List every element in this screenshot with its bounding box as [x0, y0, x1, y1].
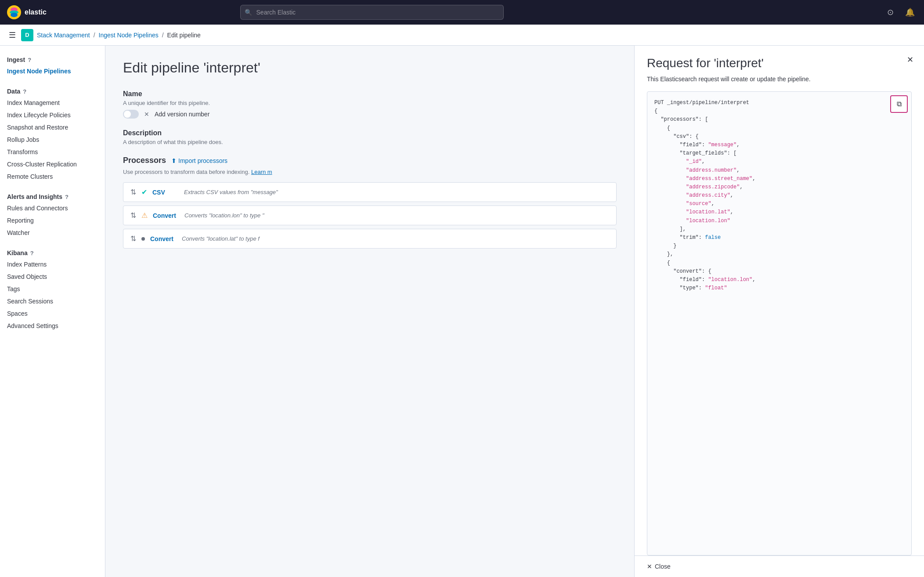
drag-handle-icon-2: ⇅ [130, 211, 136, 220]
sidebar-item-ingest-node-pipelines[interactable]: Ingest Node Pipelines [0, 65, 105, 77]
processors-title: Processors [123, 156, 166, 165]
sidebar-section-data: Data ? [0, 84, 105, 97]
sidebar-item-remote-clusters[interactable]: Remote Clusters [0, 170, 105, 183]
breadcrumb-separator-2: / [162, 32, 164, 39]
elastic-logo: elastic [7, 5, 47, 19]
processor-desc-csv: Extracts CSV values from "message" [184, 189, 278, 195]
drag-handle-icon: ⇅ [130, 188, 136, 196]
sidebar-item-reporting[interactable]: Reporting [0, 214, 105, 227]
notifications-icon-button[interactable]: 🔔 [903, 5, 917, 19]
processors-header: Processors ⬆ Import processors [123, 156, 617, 165]
svg-point-3 [11, 13, 18, 17]
help-icon-ingest: ? [28, 57, 31, 63]
global-search[interactable]: 🔍 [240, 5, 504, 20]
request-subtitle: This Elasticsearch request will create o… [647, 76, 912, 83]
sidebar-item-saved-objects[interactable]: Saved Objects [0, 270, 105, 283]
version-row: ✕ Add version number [123, 110, 617, 119]
description-section: Description A description of what this p… [123, 129, 617, 145]
sidebar-item-search-sessions[interactable]: Search Sessions [0, 295, 105, 307]
search-input[interactable] [240, 5, 504, 20]
help-icon-data: ? [23, 88, 26, 95]
sidebar-item-index-patterns[interactable]: Index Patterns [0, 258, 105, 270]
copy-icon: ⧉ [897, 100, 902, 108]
sidebar-item-watcher[interactable]: Watcher [0, 227, 105, 239]
status-dot-icon [141, 237, 145, 241]
sidebar-item-tags[interactable]: Tags [0, 283, 105, 295]
sidebar-item-advanced-settings[interactable]: Advanced Settings [0, 320, 105, 332]
help-icon-kibana: ? [30, 250, 34, 256]
code-container: ⧉ PUT _ingest/pipeline/interpret { "proc… [647, 91, 912, 555]
processor-item-csv[interactable]: ⇅ ✔ CSV Extracts CSV values from "messag… [123, 182, 617, 202]
processor-desc-convert-1: Converts "location.lon" to type " [184, 212, 264, 219]
name-section: Name A unique identifier for this pipeli… [123, 90, 617, 119]
close-panel-button[interactable]: ✕ Close [647, 563, 671, 570]
sidebar: Ingest ? Ingest Node Pipelines Data ? In… [0, 46, 105, 577]
hamburger-menu-button[interactable]: ☰ [7, 29, 18, 42]
breadcrumb-current: Edit pipeline [167, 32, 201, 39]
sidebar-item-cross-cluster-replication[interactable]: Cross-Cluster Replication [0, 158, 105, 170]
sidebar-divider-1 [0, 77, 105, 84]
search-icon: 🔍 [245, 9, 252, 16]
processor-type-csv: CSV [152, 189, 179, 196]
processor-item-convert-2[interactable]: ⇅ Convert Converts "location.lat" to typ… [123, 229, 617, 249]
main-layout: Ingest ? Ingest Node Pipelines Data ? In… [0, 46, 924, 577]
status-check-icon: ✔ [141, 188, 147, 196]
version-close-button[interactable]: ✕ [142, 110, 151, 119]
sidebar-section-alerts: Alerts and Insights ? [0, 190, 105, 202]
settings-icon: ⊙ [887, 7, 894, 17]
breadcrumb-stack-management[interactable]: Stack Management [37, 32, 90, 39]
processor-type-convert-1: Convert [153, 212, 179, 219]
processor-item-convert-1[interactable]: ⇅ ⚠ Convert Converts "location.lon" to t… [123, 206, 617, 225]
breadcrumb-separator-1: / [94, 32, 95, 39]
version-toggle[interactable] [123, 110, 139, 119]
avatar: D [21, 29, 33, 41]
name-label: Name [123, 90, 617, 98]
sidebar-item-rules-connectors[interactable]: Rules and Connectors [0, 202, 105, 214]
sidebar-item-spaces[interactable]: Spaces [0, 307, 105, 320]
sidebar-divider-2 [0, 183, 105, 190]
elastic-logo-icon [7, 5, 21, 19]
request-panel: ✕ Request for 'interpret' This Elasticse… [634, 46, 924, 577]
import-processors-link[interactable]: ⬆ Import processors [171, 157, 227, 164]
copy-code-button[interactable]: ⧉ [890, 95, 908, 113]
processor-desc-convert-2: Converts "location.lat" to type f [182, 235, 260, 242]
sidebar-item-transforms[interactable]: Transforms [0, 146, 105, 158]
page-title: Edit pipeline 'interpret' [123, 60, 617, 76]
settings-icon-button[interactable]: ⊙ [884, 5, 898, 19]
sidebar-section-kibana: Kibana ? [0, 246, 105, 258]
processors-section: Processors ⬆ Import processors Use proce… [123, 156, 617, 249]
description-hint: A description of what this pipeline does… [123, 139, 617, 145]
description-label: Description [123, 129, 617, 137]
close-x-icon: ✕ [647, 563, 652, 570]
sidebar-divider-3 [0, 239, 105, 246]
upload-icon: ⬆ [171, 157, 177, 164]
breadcrumb-bar: ☰ D Stack Management / Ingest Node Pipel… [0, 25, 924, 46]
learn-more-link[interactable]: Learn m [251, 169, 272, 175]
nav-icon-group: ⊙ 🔔 [884, 5, 917, 19]
request-panel-header: ✕ Request for 'interpret' This Elasticse… [635, 46, 924, 91]
version-label: Add version number [155, 111, 209, 118]
top-navigation: elastic 🔍 ⊙ 🔔 [0, 0, 924, 25]
edit-pipeline-panel: Edit pipeline 'interpret' Name A unique … [105, 46, 634, 577]
sidebar-item-index-management[interactable]: Index Management [0, 97, 105, 109]
close-flyout-button[interactable]: ✕ [903, 53, 917, 67]
bell-icon: 🔔 [905, 7, 915, 17]
sidebar-item-snapshot-restore[interactable]: Snapshot and Restore [0, 121, 105, 133]
request-title: Request for 'interpret' [647, 56, 912, 70]
processor-type-convert-2: Convert [150, 235, 177, 242]
name-hint: A unique identifier for this pipeline. [123, 100, 617, 106]
sidebar-item-index-lifecycle-policies[interactable]: Index Lifecycle Policies [0, 109, 105, 121]
breadcrumb-ingest-node-pipelines[interactable]: Ingest Node Pipelines [99, 32, 159, 39]
close-footer: ✕ Close [635, 555, 924, 577]
sidebar-item-rollup-jobs[interactable]: Rollup Jobs [0, 133, 105, 146]
status-warn-icon: ⚠ [141, 211, 148, 220]
code-block: PUT _ingest/pipeline/interpret { "proces… [647, 92, 911, 555]
sidebar-section-ingest: Ingest ? [0, 53, 105, 65]
processors-hint: Use processors to transform data before … [123, 169, 617, 175]
content-area: Edit pipeline 'interpret' Name A unique … [105, 46, 924, 577]
help-icon-alerts: ? [65, 194, 69, 200]
drag-handle-icon-3: ⇅ [130, 234, 136, 243]
